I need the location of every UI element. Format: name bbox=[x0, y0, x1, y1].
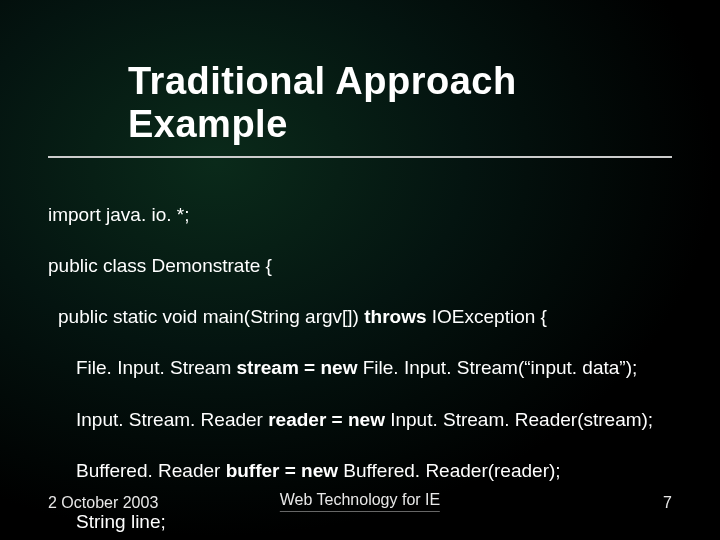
code-line: public class Demonstrate { bbox=[48, 253, 672, 279]
code-text: Input. Stream. Reader bbox=[76, 409, 268, 430]
footer-page-number: 7 bbox=[663, 494, 672, 512]
footer-date: 2 October 2003 bbox=[48, 494, 158, 512]
slide: Traditional Approach Example import java… bbox=[0, 0, 720, 540]
code-text: File. Input. Stream(“input. data”); bbox=[363, 357, 638, 378]
code-text: Input. Stream. Reader(stream); bbox=[390, 409, 653, 430]
code-bold: throws bbox=[364, 306, 432, 327]
code-block: import java. io. *; public class Demonst… bbox=[48, 176, 672, 540]
code-line: Buffered. Reader buffer = new Buffered. … bbox=[76, 458, 672, 484]
code-line: String line; bbox=[76, 509, 672, 535]
code-text: Buffered. Reader(reader); bbox=[343, 460, 560, 481]
code-text: File. Input. Stream bbox=[76, 357, 237, 378]
footer-title: Web Technology for IE bbox=[280, 491, 440, 512]
code-bold: reader = new bbox=[268, 409, 390, 430]
code-line: Input. Stream. Reader reader = new Input… bbox=[76, 407, 672, 433]
slide-title: Traditional Approach Example bbox=[128, 60, 672, 146]
code-line: public static void main(String argv[]) t… bbox=[58, 304, 672, 330]
title-underline bbox=[48, 156, 672, 158]
code-bold: stream = new bbox=[237, 357, 363, 378]
code-line: import java. io. *; bbox=[48, 202, 672, 228]
code-bold: buffer = new bbox=[226, 460, 344, 481]
slide-footer: 2 October 2003 Web Technology for IE 7 bbox=[0, 494, 720, 512]
code-line: File. Input. Stream stream = new File. I… bbox=[76, 355, 672, 381]
code-text: IOException { bbox=[432, 306, 547, 327]
code-text: Buffered. Reader bbox=[76, 460, 226, 481]
code-text: public static void main(String argv[]) bbox=[58, 306, 364, 327]
